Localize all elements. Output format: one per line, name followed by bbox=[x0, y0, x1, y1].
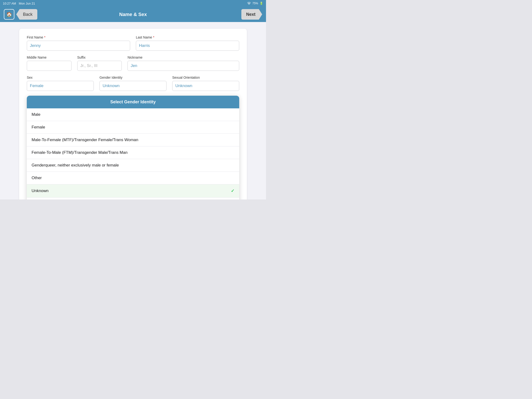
last-name-required: * bbox=[153, 35, 154, 39]
date-display: Mon Jun 21 bbox=[19, 2, 35, 5]
status-right: 75% 🔋 bbox=[247, 2, 263, 5]
form-card: First Name * Last Name * Middle Name Suf… bbox=[19, 29, 247, 200]
suffix-label: Suffix bbox=[77, 56, 122, 59]
back-button[interactable]: Back bbox=[16, 9, 37, 20]
sex-label: Sex bbox=[27, 76, 94, 79]
dropdown-header: Select Gender Identity bbox=[27, 96, 239, 108]
dropdown-item[interactable]: Choose not to disclose bbox=[27, 198, 239, 200]
dropdown-item-label: Other bbox=[32, 176, 42, 180]
status-left: 10:27 AM Mon Jun 21 bbox=[3, 2, 35, 5]
dropdown-item-label: Male-To-Female (MTF)/Transgender Female/… bbox=[32, 138, 138, 142]
last-name-group: Last Name * bbox=[136, 35, 239, 51]
gender-identity-input[interactable] bbox=[100, 81, 166, 91]
first-name-input[interactable] bbox=[27, 41, 130, 51]
first-name-required: * bbox=[44, 35, 45, 39]
sexual-orientation-input[interactable] bbox=[172, 81, 239, 91]
gender-identity-group: Gender Identity bbox=[100, 76, 166, 91]
nav-bar: 🏠 Back Name & Sex Next bbox=[0, 7, 266, 22]
battery-percent: 75% bbox=[252, 2, 258, 5]
nickname-label: Nickname bbox=[127, 56, 239, 59]
nickname-group: Nickname bbox=[127, 56, 239, 71]
dropdown-item[interactable]: Other bbox=[27, 172, 239, 184]
dropdown-item-label: Female bbox=[32, 125, 45, 130]
dropdown-item-label: Female-To-Male (FTM)/Transgender Male/Tr… bbox=[32, 150, 127, 155]
gender-identity-dropdown-area: Select Gender Identity MaleFemaleMale-To… bbox=[27, 96, 239, 200]
sex-input[interactable] bbox=[27, 81, 94, 91]
dropdown-list: MaleFemaleMale-To-Female (MTF)/Transgend… bbox=[27, 108, 239, 200]
nickname-input[interactable] bbox=[127, 61, 239, 71]
next-label: Next bbox=[246, 12, 255, 17]
battery-icon: 🔋 bbox=[260, 2, 263, 5]
suffix-input[interactable] bbox=[77, 61, 122, 71]
name-row: First Name * Last Name * bbox=[27, 35, 239, 51]
gender-identity-label: Gender Identity bbox=[100, 76, 166, 79]
page-title: Name & Sex bbox=[119, 12, 147, 17]
status-bar: 10:27 AM Mon Jun 21 75% 🔋 bbox=[0, 0, 266, 7]
sex-group: Sex bbox=[27, 76, 94, 91]
sex-row: Sex Gender Identity Sexual Orientation bbox=[27, 76, 239, 91]
dropdown-item-label: Genderqueer, neither exclusively male or… bbox=[32, 163, 119, 168]
home-icon: 🏠 bbox=[6, 12, 12, 17]
time-display: 10:27 AM bbox=[3, 2, 16, 5]
last-name-input[interactable] bbox=[136, 41, 239, 51]
middle-name-group: Middle Name bbox=[27, 56, 71, 71]
last-name-label: Last Name * bbox=[136, 35, 239, 39]
first-name-group: First Name * bbox=[27, 35, 130, 51]
dropdown-item[interactable]: Male-To-Female (MTF)/Transgender Female/… bbox=[27, 134, 239, 146]
gender-identity-dropdown: Select Gender Identity MaleFemaleMale-To… bbox=[27, 96, 239, 200]
next-button[interactable]: Next bbox=[241, 9, 262, 20]
middle-name-input[interactable] bbox=[27, 61, 71, 71]
first-name-label: First Name * bbox=[27, 35, 130, 39]
home-button[interactable]: 🏠 bbox=[4, 9, 14, 20]
dropdown-item[interactable]: Female bbox=[27, 121, 239, 134]
sexual-orientation-label: Sexual Orientation bbox=[172, 76, 239, 79]
dropdown-item[interactable]: Male bbox=[27, 108, 239, 121]
dropdown-item-label: Unknown bbox=[32, 189, 49, 193]
wifi-icon bbox=[247, 2, 251, 5]
selected-checkmark: ✓ bbox=[231, 188, 234, 194]
sexual-orientation-group: Sexual Orientation bbox=[172, 76, 239, 91]
dropdown-item[interactable]: Genderqueer, neither exclusively male or… bbox=[27, 159, 239, 172]
dropdown-item[interactable]: Unknown✓ bbox=[27, 184, 239, 198]
dropdown-item-label: Male bbox=[32, 112, 40, 117]
dropdown-item[interactable]: Female-To-Male (FTM)/Transgender Male/Tr… bbox=[27, 146, 239, 159]
back-label: Back bbox=[23, 12, 32, 17]
main-content: First Name * Last Name * Middle Name Suf… bbox=[0, 22, 266, 200]
secondary-name-row: Middle Name Suffix Nickname bbox=[27, 56, 239, 71]
suffix-group: Suffix bbox=[77, 56, 122, 71]
nav-left: 🏠 Back bbox=[4, 9, 37, 20]
middle-name-label: Middle Name bbox=[27, 56, 71, 59]
